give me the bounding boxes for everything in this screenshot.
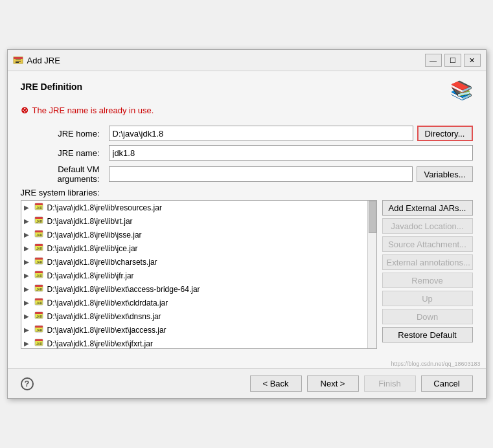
- help-button[interactable]: ?: [21, 377, 34, 390]
- list-item[interactable]: ▶ JAR D:\java\jdk1.8\jre\lib\jce.jar: [21, 241, 367, 255]
- footer: ? < Back Next > Finish Cancel: [8, 368, 486, 398]
- svg-rect-15: [35, 244, 43, 246]
- svg-rect-4: [16, 62, 19, 63]
- jre-home-row: JRE home: Directory...: [21, 126, 473, 141]
- cancel-button[interactable]: Cancel: [421, 375, 473, 392]
- libraries-label: JRE system libraries:: [21, 188, 473, 197]
- library-path: D:\java\jdk1.8\jre\lib\ext\dnsns.jar: [47, 312, 161, 321]
- jar-icon: JAR: [33, 270, 45, 281]
- up-button[interactable]: Up: [382, 291, 473, 306]
- jre-name-label: JRE name:: [21, 148, 105, 158]
- list-item[interactable]: ▶ JAR D:\java\jdk1.8\jre\lib\charsets.ja…: [21, 255, 367, 269]
- external-annotations-button[interactable]: External annotations...: [382, 254, 473, 270]
- expand-arrow-icon: ▶: [24, 218, 30, 225]
- variables-button[interactable]: Variables...: [417, 166, 472, 182]
- section-heading: JRE Definition: [21, 82, 83, 92]
- close-button[interactable]: ✕: [464, 54, 481, 67]
- svg-rect-36: [35, 339, 43, 341]
- jre-name-row: JRE name:: [21, 145, 473, 161]
- minimize-button[interactable]: —: [425, 54, 442, 67]
- expand-arrow-icon: ▶: [24, 299, 30, 306]
- library-path: D:\java\jdk1.8\jre\lib\ext\jfxrt.jar: [47, 339, 153, 348]
- svg-text:JAR: JAR: [36, 233, 43, 237]
- back-button[interactable]: < Back: [250, 375, 302, 392]
- svg-text:JAR: JAR: [36, 328, 43, 332]
- vm-args-label: Default VM arguments:: [21, 164, 105, 184]
- content-area: JRE Definition 📚 ⊗ The JRE name is alrea…: [8, 71, 486, 359]
- footer-buttons: < Back Next > Finish Cancel: [250, 375, 473, 392]
- expand-arrow-icon: ▶: [24, 231, 30, 238]
- library-path: D:\java\jdk1.8\jre\lib\jce.jar: [47, 244, 138, 253]
- section-title-row: JRE Definition 📚: [21, 82, 473, 100]
- scrollbar-track[interactable]: [367, 201, 376, 348]
- source-attachment-button[interactable]: Source Attachment...: [382, 236, 473, 252]
- down-button[interactable]: Down: [382, 309, 473, 324]
- library-path: D:\java\jdk1.8\jre\lib\charsets.jar: [47, 258, 157, 267]
- vm-args-input[interactable]: [109, 166, 413, 182]
- svg-text:JAR: JAR: [36, 315, 43, 319]
- list-item[interactable]: ▶ JAR D:\java\jdk1.8\jre\lib\ext\access-…: [21, 282, 367, 296]
- jre-name-input[interactable]: [109, 145, 473, 161]
- title-bar: Add JRE — ☐ ✕: [8, 50, 486, 71]
- svg-rect-3: [16, 61, 21, 62]
- svg-rect-33: [35, 326, 43, 328]
- svg-rect-27: [35, 298, 43, 300]
- library-path: D:\java\jdk1.8\jre\lib\ext\jaccess.jar: [47, 326, 166, 335]
- svg-text:JAR: JAR: [36, 206, 43, 210]
- jar-icon: JAR: [33, 311, 45, 322]
- maximize-button[interactable]: ☐: [444, 54, 461, 67]
- jar-icon: JAR: [33, 284, 45, 295]
- jar-icon: JAR: [33, 243, 45, 254]
- jar-icon: JAR: [33, 229, 45, 240]
- expand-arrow-icon: ▶: [24, 204, 30, 211]
- scrollbar-thumb[interactable]: [369, 201, 376, 233]
- add-jre-window: Add JRE — ☐ ✕ JRE Definition 📚 ⊗ The JRE…: [7, 49, 487, 399]
- expand-arrow-icon: ▶: [24, 245, 30, 252]
- jar-icon: JAR: [33, 324, 45, 335]
- jar-icon: JAR: [33, 297, 45, 308]
- svg-text:JAR: JAR: [36, 247, 43, 251]
- library-path: D:\java\jdk1.8\jre\lib\resources.jar: [47, 203, 162, 212]
- library-path: D:\java\jdk1.8\jre\lib\jsse.jar: [47, 230, 142, 240]
- svg-rect-30: [35, 312, 43, 314]
- list-item[interactable]: ▶ JAR D:\java\jdk1.8\jre\lib\jsse.jar: [21, 228, 367, 241]
- expand-arrow-icon: ▶: [24, 313, 30, 320]
- window-title: Add JRE: [27, 56, 60, 65]
- remove-button[interactable]: Remove: [382, 273, 473, 288]
- svg-rect-2: [16, 60, 21, 60]
- list-item[interactable]: ▶ JAR D:\java\jdk1.8\jre\lib\ext\jaccess…: [21, 323, 367, 337]
- finish-button[interactable]: Finish: [364, 375, 416, 392]
- error-row: ⊗ The JRE name is already in use.: [21, 105, 473, 115]
- watermark: https://blog.csdn.net/qq_18603183: [8, 359, 486, 368]
- svg-rect-6: [35, 203, 43, 205]
- next-button[interactable]: Next >: [307, 375, 359, 392]
- javadoc-location-button[interactable]: Javadoc Location...: [382, 218, 473, 234]
- list-item[interactable]: ▶ JAR D:\java\jdk1.8\jre\lib\jfr.jar: [21, 269, 367, 282]
- library-path: D:\java\jdk1.8\jre\lib\ext\access-bridge…: [47, 285, 200, 294]
- expand-arrow-icon: ▶: [24, 340, 30, 347]
- list-item[interactable]: ▶ JAR D:\java\jdk1.8\jre\lib\rt.jar: [21, 214, 367, 228]
- svg-text:JAR: JAR: [36, 342, 43, 346]
- directory-button[interactable]: Directory...: [417, 126, 473, 141]
- svg-text:JAR: JAR: [36, 274, 43, 278]
- restore-default-button[interactable]: Restore Default: [382, 327, 473, 342]
- list-item[interactable]: ▶ JAR D:\java\jdk1.8\jre\lib\ext\dnsns.j…: [21, 309, 367, 323]
- add-external-jars-button[interactable]: Add External JARs...: [382, 200, 473, 216]
- library-path: D:\java\jdk1.8\jre\lib\rt.jar: [47, 217, 133, 226]
- list-item[interactable]: ▶ JAR D:\java\jdk1.8\jre\lib\ext\jfxrt.j…: [21, 337, 367, 349]
- svg-rect-21: [35, 271, 43, 273]
- svg-rect-24: [35, 285, 43, 287]
- svg-rect-9: [35, 217, 43, 219]
- list-item[interactable]: ▶ JAR D:\java\jdk1.8\jre\lib\ext\cldrdat…: [21, 296, 367, 309]
- list-item[interactable]: ▶ JAR D:\java\jdk1.8\jre\lib\resources.j…: [21, 201, 367, 214]
- error-icon: ⊗: [21, 105, 29, 115]
- jre-home-input[interactable]: [109, 126, 413, 141]
- library-path: D:\java\jdk1.8\jre\lib\jfr.jar: [47, 271, 134, 280]
- svg-text:JAR: JAR: [36, 287, 43, 291]
- libraries-list[interactable]: ▶ JAR D:\java\jdk1.8\jre\lib\resources.j…: [21, 200, 377, 349]
- jar-icon: JAR: [33, 256, 45, 267]
- jre-home-label: JRE home:: [21, 129, 105, 139]
- svg-rect-1: [14, 57, 23, 59]
- svg-rect-12: [35, 230, 43, 232]
- window-icon: [13, 55, 23, 65]
